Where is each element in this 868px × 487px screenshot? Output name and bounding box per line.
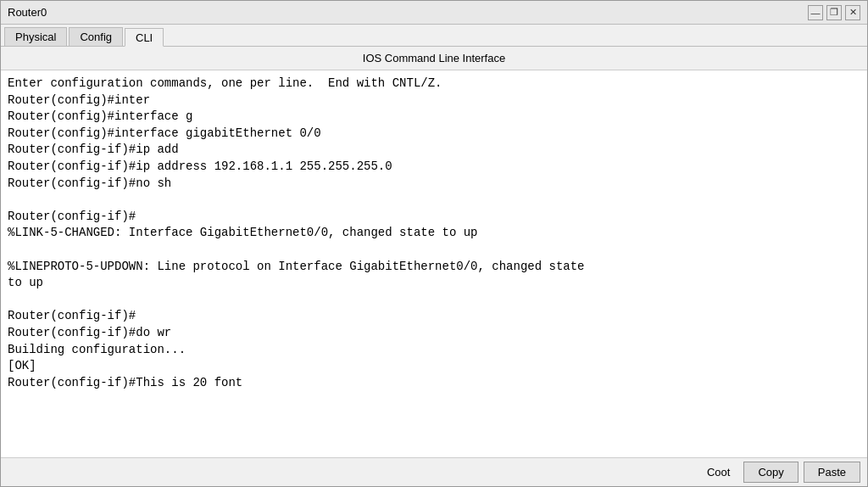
paste-button[interactable]: Paste	[804, 462, 860, 483]
minimize-button[interactable]: —	[808, 5, 823, 20]
title-bar-left: Router0	[8, 6, 47, 19]
title-bar-controls: — ❐ ✕	[808, 5, 860, 20]
tab-config[interactable]: Config	[69, 27, 123, 46]
status-label: Coot	[707, 466, 730, 479]
close-button[interactable]: ✕	[845, 5, 860, 20]
window-title: Router0	[8, 6, 47, 19]
panel-title: IOS Command Line Interface	[1, 47, 867, 70]
tab-cli[interactable]: CLI	[125, 28, 164, 47]
cli-area: Enter configuration commands, one per li…	[1, 70, 867, 457]
window: Router0 — ❐ ✕ Physical Config CLI IOS Co…	[0, 0, 868, 487]
tab-bar: Physical Config CLI	[1, 25, 867, 47]
maximize-button[interactable]: ❐	[826, 5, 842, 20]
content-area: IOS Command Line Interface Enter configu…	[1, 47, 867, 457]
copy-button[interactable]: Copy	[743, 462, 798, 483]
cli-output[interactable]: Enter configuration commands, one per li…	[1, 70, 867, 457]
tab-physical[interactable]: Physical	[4, 27, 67, 46]
title-bar: Router0 — ❐ ✕	[1, 1, 867, 25]
bottom-bar: Coot Copy Paste	[1, 457, 867, 486]
